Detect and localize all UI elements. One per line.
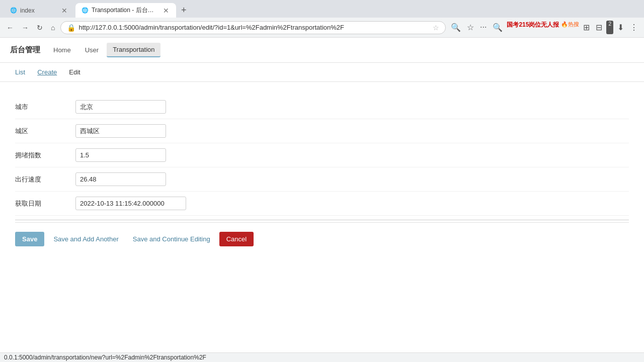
more-icon[interactable]: ···: [478, 21, 489, 34]
label-district: 城区: [15, 127, 75, 136]
tab-close-transportation[interactable]: ✕: [162, 7, 170, 15]
forward-button[interactable]: →: [19, 22, 31, 34]
save-add-button[interactable]: Save and Add Another: [48, 232, 123, 246]
ext-search-icon[interactable]: 🔍: [491, 21, 505, 34]
save-button[interactable]: Save: [15, 232, 44, 246]
input-congestion[interactable]: [75, 148, 166, 162]
form-row-congestion: 拥堵指数: [15, 143, 629, 167]
ext-search-text: 国考215岗位无人报: [507, 21, 559, 34]
nav-home[interactable]: Home: [47, 43, 77, 57]
app-container: 后台管理 Home User Transportation List Creat…: [0, 38, 644, 260]
top-nav: 后台管理 Home User Transportation: [0, 38, 644, 63]
form-row-speed: 出行速度: [15, 167, 629, 192]
reload-button[interactable]: ↻: [34, 22, 45, 34]
sub-nav: List Create Edit: [0, 63, 644, 82]
input-date[interactable]: [75, 197, 186, 210]
site-name: 后台管理: [10, 45, 40, 55]
subnav-list[interactable]: List: [10, 66, 30, 78]
input-speed[interactable]: [75, 172, 166, 186]
cast-icon[interactable]: ⊟: [594, 21, 604, 34]
tab-title-transportation: Transportation - 后台管理: [92, 6, 159, 15]
subnav-create[interactable]: Create: [32, 66, 62, 78]
address-text: http://127.0.0.1:5000/admin/transportati…: [78, 24, 430, 31]
download-icon[interactable]: ⬇: [615, 21, 626, 34]
input-district[interactable]: [75, 124, 166, 138]
label-date: 获取日期: [15, 199, 75, 208]
label-speed: 出行速度: [15, 175, 75, 184]
tab-transportation[interactable]: 🌐 Transportation - 后台管理 ✕: [75, 3, 176, 18]
ext-hot-badge: 🔥热搜: [561, 21, 579, 34]
nav-user[interactable]: User: [79, 43, 105, 57]
tab-bar: 🌐 index ✕ 🌐 Transportation - 后台管理 ✕ +: [0, 0, 644, 18]
browser-actions: 🔍 ☆ ··· 🔍 国考215岗位无人报 🔥热搜 ⊞ ⊟ 2 ⬇ ⋮: [449, 21, 640, 34]
apps-icon[interactable]: ⊞: [581, 21, 592, 34]
ext-badge: 2: [606, 21, 613, 34]
cancel-button[interactable]: Cancel: [219, 232, 254, 246]
label-city: 城市: [15, 103, 75, 112]
browser-chrome: 🌐 index ✕ 🌐 Transportation - 后台管理 ✕ + ← …: [0, 0, 644, 38]
new-tab-button[interactable]: +: [177, 3, 191, 18]
subnav-edit[interactable]: Edit: [64, 66, 85, 78]
form-row-city: 城市: [15, 95, 629, 119]
form-actions: Save Save and Add Another Save and Conti…: [15, 222, 629, 255]
bookmark-icon[interactable]: ☆: [433, 24, 439, 32]
tab-favicon-index: 🌐: [10, 7, 17, 14]
tab-title-index: index: [20, 7, 57, 14]
form-row-district: 城区: [15, 119, 629, 143]
browser-controls: ← → ↻ ⌂ 🔒 http://127.0.0.1:5000/admin/tr…: [0, 18, 644, 37]
settings-icon[interactable]: ⋮: [628, 21, 640, 34]
tab-index[interactable]: 🌐 index ✕: [4, 4, 74, 18]
save-edit-button[interactable]: Save and Continue Editing: [128, 232, 215, 246]
tab-favicon-transportation: 🌐: [82, 7, 89, 14]
back-button[interactable]: ←: [4, 22, 16, 34]
star-icon[interactable]: ☆: [465, 21, 476, 34]
tab-close-index[interactable]: ✕: [60, 7, 68, 15]
home-button[interactable]: ⌂: [48, 22, 57, 34]
form-container: 城市 城区 拥堵指数 出行速度 获取日期 Save Save and Add A…: [0, 90, 644, 260]
input-city[interactable]: [75, 100, 166, 114]
form-row-date: 获取日期: [15, 192, 629, 216]
nav-transportation[interactable]: Transportation: [107, 43, 160, 57]
address-bar[interactable]: 🔒 http://127.0.0.1:5000/admin/transporta…: [60, 21, 446, 34]
label-congestion: 拥堵指数: [15, 151, 75, 160]
search-icon[interactable]: 🔍: [449, 21, 463, 34]
lock-icon: 🔒: [67, 24, 75, 32]
